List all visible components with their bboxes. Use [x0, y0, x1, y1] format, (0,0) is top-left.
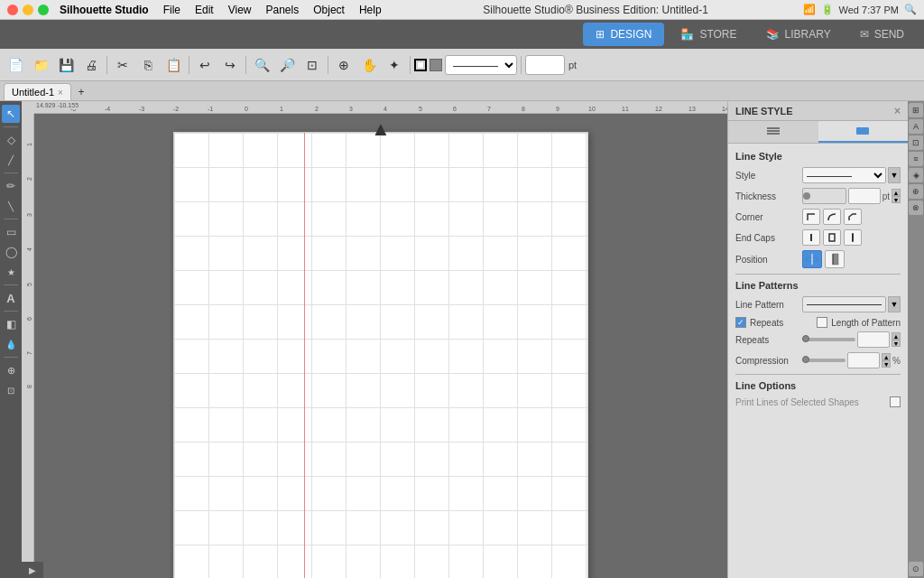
position-center-button[interactable]: [802, 250, 822, 268]
zoom-fit-button[interactable]: ⊡: [300, 53, 324, 77]
corner-bevel-button[interactable]: [844, 209, 862, 225]
repeats-slider-track[interactable]: [802, 338, 855, 341]
pencil-tool[interactable]: ✏: [2, 177, 20, 195]
endcap-square-button[interactable]: [823, 229, 841, 246]
repeats-checkbox-label: Repeats: [750, 318, 783, 328]
position-outside-button[interactable]: [825, 250, 845, 268]
lt-separator-5: [4, 311, 18, 312]
endcap-round-icon: [846, 232, 859, 243]
far-right-btn-6[interactable]: ⊕: [909, 184, 923, 199]
far-right-btn-4[interactable]: ≡: [909, 152, 923, 166]
ruler-tick-n3: -3: [139, 106, 144, 112]
copy-button[interactable]: ⎘: [136, 53, 160, 77]
crop-tool[interactable]: ⊡: [2, 381, 20, 399]
tab-send[interactable]: ✉ SEND: [847, 23, 917, 46]
compression-value-input[interactable]: 0.0: [847, 352, 880, 368]
print-lines-checkbox[interactable]: [890, 396, 901, 407]
maximize-button[interactable]: [38, 5, 49, 15]
endcap-flat-icon: [805, 232, 818, 243]
tab-close-button[interactable]: ×: [58, 88, 63, 98]
line-pattern-dropdown-btn[interactable]: ▼: [888, 296, 901, 312]
node-tool[interactable]: ◇: [2, 131, 20, 149]
repeats-value-input[interactable]: 1: [857, 331, 890, 348]
thickness-up-button[interactable]: ▲: [892, 189, 901, 196]
menu-panels[interactable]: Panels: [259, 2, 307, 18]
thickness-down-button[interactable]: ▼: [892, 196, 901, 203]
thickness-label: Thickness: [735, 191, 799, 201]
far-right-btn-5[interactable]: ◈: [909, 168, 923, 182]
line-pattern-label: Line Pattern: [735, 300, 799, 310]
save-button[interactable]: 💾: [54, 53, 78, 77]
far-right-btn-1[interactable]: ⊞: [909, 103, 923, 117]
zoom-in-button[interactable]: 🔎: [275, 53, 299, 77]
rect-tool[interactable]: ▭: [2, 223, 20, 241]
tab-design[interactable]: ⊞ DESIGN: [583, 23, 664, 46]
menu-file[interactable]: File: [156, 2, 188, 18]
document-tab[interactable]: Untitled-1 ×: [4, 83, 71, 100]
redo-button[interactable]: ↪: [218, 53, 242, 77]
close-button[interactable]: [7, 5, 18, 15]
move-button[interactable]: ✋: [357, 53, 381, 77]
coordinates-display: 14.929 -10.155: [34, 101, 88, 109]
fill-tool[interactable]: ◧: [2, 315, 20, 333]
bottom-left-expand-button[interactable]: ▶: [22, 562, 43, 578]
thickness-value-input[interactable]: 0.00: [848, 188, 881, 204]
stroke-selector[interactable]: —————: [414, 55, 517, 75]
menu-object[interactable]: Object: [306, 2, 352, 18]
cut-button[interactable]: ✂: [111, 53, 134, 77]
tab-library[interactable]: 📚 LIBRARY: [753, 23, 844, 46]
far-right-btn-7[interactable]: ⊗: [909, 200, 923, 215]
length-checkbox[interactable]: [817, 317, 827, 328]
minimize-button[interactable]: [23, 5, 33, 15]
zoom-out-button[interactable]: 🔍: [250, 53, 273, 77]
tab-store[interactable]: 🏪 STORE: [668, 23, 749, 46]
open-button[interactable]: 📁: [29, 53, 52, 77]
star-tool[interactable]: ★: [2, 263, 20, 281]
paste-button[interactable]: 📋: [162, 53, 185, 77]
far-right-bottom-btn[interactable]: ⊙: [909, 562, 923, 576]
ruler-v-tick-7: 7: [26, 351, 32, 355]
thickness-input[interactable]: 0.00: [525, 55, 565, 75]
position-label: Position: [735, 255, 799, 265]
panel-close-button[interactable]: ×: [894, 105, 901, 117]
compression-slider-track[interactable]: [802, 359, 845, 362]
select-tool[interactable]: ↖: [2, 105, 20, 123]
line-tool[interactable]: ╱: [2, 151, 20, 169]
compression-label: Compression: [735, 356, 799, 366]
style-dropdown-btn[interactable]: ▼: [888, 167, 901, 183]
eyedropper-tool[interactable]: 💧: [2, 335, 20, 353]
spotlight-icon[interactable]: 🔍: [904, 4, 917, 15]
zoom-tool[interactable]: ⊕: [2, 361, 20, 379]
endcap-round-button[interactable]: [844, 229, 862, 246]
print-button[interactable]: 🖨: [79, 53, 103, 77]
compression-up-button[interactable]: ▲: [882, 353, 891, 360]
style-select[interactable]: —————: [802, 167, 886, 183]
repeats-down-button[interactable]: ▼: [892, 340, 901, 347]
menu-edit[interactable]: Edit: [188, 2, 221, 18]
panel-tab-lines[interactable]: [728, 121, 818, 143]
panel-tab-style[interactable]: [818, 121, 909, 143]
text-tool[interactable]: A: [2, 289, 20, 307]
paper-canvas[interactable]: S silhouette_: [173, 132, 588, 578]
stroke-style-select[interactable]: —————: [445, 55, 517, 75]
transform-button[interactable]: ⊕: [332, 53, 356, 77]
corner-miter-button[interactable]: [802, 209, 820, 225]
far-right-btn-3[interactable]: ⊡: [909, 135, 923, 150]
repeats-up-button[interactable]: ▲: [892, 332, 901, 340]
endcap-flat-button[interactable]: [802, 229, 820, 246]
ellipse-tool[interactable]: ◯: [2, 243, 20, 261]
compression-down-button[interactable]: ▼: [882, 360, 891, 368]
new-tab-button[interactable]: +: [73, 84, 89, 100]
point-button[interactable]: ✦: [383, 53, 406, 77]
lt-separator-3: [4, 219, 18, 219]
ruler-tick-12: 12: [655, 106, 662, 112]
menu-view[interactable]: View: [221, 2, 259, 18]
undo-button[interactable]: ↩: [193, 53, 217, 77]
menu-help[interactable]: Help: [352, 2, 389, 18]
repeats-checkbox[interactable]: ✓: [735, 317, 746, 328]
corner-round-button[interactable]: [823, 209, 841, 225]
thickness-slider[interactable]: [802, 188, 846, 204]
new-button[interactable]: 📄: [4, 53, 27, 77]
brush-tool[interactable]: ╲: [2, 197, 20, 215]
far-right-btn-2[interactable]: A: [909, 119, 923, 134]
